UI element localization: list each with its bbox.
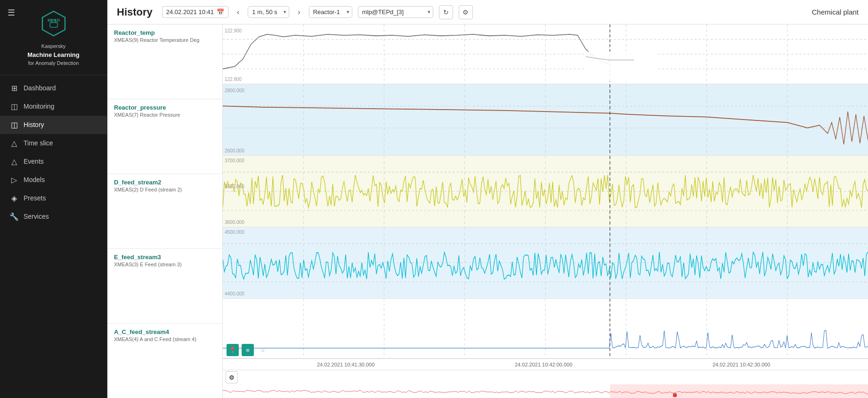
logo-text: Kaspersky Machine Learning for Anomaly D…: [27, 42, 80, 67]
model-select[interactable]: mlp@TEPd_[3]: [358, 6, 433, 18]
sidebar: ☰ MLAD Kaspersky Machine Learning for An…: [0, 0, 107, 398]
reactor-select[interactable]: Reactor-1: [309, 6, 352, 18]
sidebar-item-services[interactable]: 🔧 Services: [0, 207, 107, 226]
sidebar-item-label: Time slice: [24, 139, 53, 147]
logo-icon: MLAD: [40, 9, 68, 38]
nav-menu: ⊞ Dashboard ◫ Monitoring ◫ History △ Tim…: [0, 75, 107, 398]
chart-svg-temp: [223, 24, 868, 84]
sidebar-item-dashboard[interactable]: ⊞ Dashboard: [0, 79, 107, 97]
sensor-name-2: D_feed_stream2: [114, 179, 216, 186]
svg-rect-2: [50, 23, 57, 27]
list-button[interactable]: ≡: [242, 344, 254, 356]
hamburger-icon[interactable]: ☰: [8, 8, 15, 18]
y-label-pressure-low: 2600.000: [225, 148, 244, 153]
mini-svg: [223, 384, 868, 398]
ts-label-2: 24.02.2021 10:42:30.000: [713, 362, 770, 367]
date-value: 24.02.2021 10:41: [166, 8, 214, 16]
y-label-pressure-high: 2800.000: [225, 88, 244, 93]
page-title: History: [117, 6, 153, 18]
date-picker[interactable]: 24.02.2021 10:41 📅: [162, 6, 228, 18]
svg-rect-17: [586, 52, 658, 81]
history-icon: ◫: [9, 120, 19, 129]
monitoring-icon: ◫: [9, 102, 19, 111]
label-reactor-pressure: Reactor_pressure XMEAS(7) Reactor Pressu…: [107, 99, 222, 174]
chart-labels: Reactor_temp XMEAS(9) Reactor Temperatur…: [107, 24, 223, 398]
sidebar-item-models[interactable]: ▷ Models: [0, 171, 107, 189]
ts-label-0: 24.02.2021 10:41:30.000: [317, 362, 374, 367]
sidebar-item-label: Presets: [24, 194, 46, 202]
prev-arrow[interactable]: ‹: [234, 6, 242, 18]
y-label-temp-high: 122.900: [225, 28, 242, 33]
svg-marker-0: [42, 11, 65, 36]
mini-gear-button[interactable]: ⚙: [226, 371, 238, 383]
timeline-axis: 24.02.2021 10:41:30.000 24.02.2021 10:42…: [223, 358, 868, 370]
next-arrow[interactable]: ›: [295, 6, 303, 18]
mini-timeline: ⚙: [223, 370, 868, 398]
chart-svg-efeed: [223, 227, 868, 298]
ts-label-1: 24.02.2021 10:42:00.000: [515, 362, 572, 367]
sensor-name-4: A_C_feed_stream4: [114, 328, 216, 335]
main-content: History 24.02.2021 10:41 📅 ‹ 1 m, 50 s ›…: [107, 0, 868, 398]
sensor-name-3: E_feed_stream3: [114, 254, 216, 261]
y-label-dfeed-high: 3700.000: [225, 158, 244, 163]
sidebar-item-label: Services: [24, 213, 49, 220]
sidebar-item-monitoring[interactable]: ◫ Monitoring: [0, 97, 107, 116]
sensor-name-0: Reactor_temp: [114, 29, 216, 36]
sensor-desc-3: XMEAS(3) E Feed (stream 3): [114, 262, 216, 267]
y-label-efeed-low: 4400.000: [225, 291, 244, 296]
y-label-dfeed-low: 3600.000: [225, 220, 244, 225]
dashboard-icon: ⊞: [9, 84, 19, 93]
sidebar-item-time-slice[interactable]: △ Time slice: [0, 134, 107, 152]
charts-area: Reactor_temp XMEAS(9) Reactor Temperatur…: [107, 24, 868, 398]
reactor-select-wrapper: Reactor-1: [309, 6, 352, 18]
sidebar-item-label: Models: [24, 176, 45, 183]
mini-timeline-controls: ⚙: [223, 370, 868, 384]
models-icon: ▷: [9, 175, 19, 184]
sidebar-item-presets[interactable]: ◈ Presets: [0, 189, 107, 207]
chart-row-pressure: 2800.000 2600.000: [223, 84, 868, 156]
sidebar-item-label: Events: [24, 158, 44, 165]
chart-svg-pressure: [223, 84, 868, 155]
y-label-temp-low: 122.800: [225, 77, 242, 82]
y-label-efeed-high: 4500.000: [225, 230, 244, 235]
label-e-feed: E_feed_stream3 XMEAS(3) E Feed (stream 3…: [107, 249, 222, 324]
plant-name: Chemical plant: [812, 8, 859, 16]
label-ac-feed: A_C_feed_stream4 XMEAS(4) A and C Feed (…: [107, 324, 222, 398]
red-marker: [673, 393, 677, 397]
sidebar-item-history[interactable]: ◫ History: [0, 116, 107, 134]
main-header: History 24.02.2021 10:41 📅 ‹ 1 m, 50 s ›…: [107, 0, 868, 24]
y-label-dfeed-mid: 3650.000: [225, 184, 244, 189]
chart-row-reactor-temp: 122.900 122.800: [223, 24, 868, 84]
refresh-button[interactable]: ↻: [439, 5, 453, 19]
settings-button[interactable]: ⚙: [459, 5, 473, 19]
sensor-desc-0: XMEAS(9) Reactor Temperature Deg: [114, 37, 216, 43]
sidebar-item-label: History: [24, 121, 44, 128]
chart-toolbar: 📍 ≡ ○: [223, 343, 273, 357]
mini-chart: [223, 384, 868, 398]
chart-row-d-feed: 3700.000 3650.000 3600.000: [223, 156, 868, 227]
chart-svg-dfeed: [223, 156, 868, 227]
charts-panel: 122.900 122.800: [223, 24, 868, 398]
svg-rect-60: [610, 384, 868, 398]
sensor-name-1: Reactor_pressure: [114, 104, 216, 111]
pin-button[interactable]: 📍: [227, 344, 239, 356]
label-d-feed: D_feed_stream2 XMEAS(2) D Feed (stream 2…: [107, 174, 222, 249]
calendar-icon: 📅: [217, 8, 224, 16]
interval-select-wrapper: 1 m, 50 s: [248, 6, 289, 18]
label-reactor-temp: Reactor_temp XMEAS(9) Reactor Temperatur…: [107, 24, 222, 99]
presets-icon: ◈: [9, 194, 19, 203]
sidebar-item-label: Monitoring: [24, 103, 54, 110]
svg-text:MLAD: MLAD: [48, 18, 60, 23]
chart-row-ac-feed: 📍 ≡ ○: [223, 299, 868, 358]
services-icon: 🔧: [9, 212, 19, 221]
interval-select[interactable]: 1 m, 50 s: [248, 6, 289, 18]
model-select-wrapper: mlp@TEPd_[3]: [358, 6, 433, 18]
time-slice-icon: △: [9, 139, 19, 148]
sensor-desc-2: XMEAS(2) D Feed (stream 2): [114, 187, 216, 192]
circle-button[interactable]: ○: [257, 344, 269, 356]
sensor-desc-4: XMEAS(4) A and C Feed (stream 4): [114, 336, 216, 342]
logo-area: MLAD Kaspersky Machine Learning for Anom…: [0, 0, 107, 75]
sidebar-item-events[interactable]: △ Events: [0, 152, 107, 171]
sensor-desc-1: XMEAS(7) Reactor Pressure: [114, 112, 216, 118]
chart-row-e-feed: 4500.000 4400.000: [223, 227, 868, 299]
